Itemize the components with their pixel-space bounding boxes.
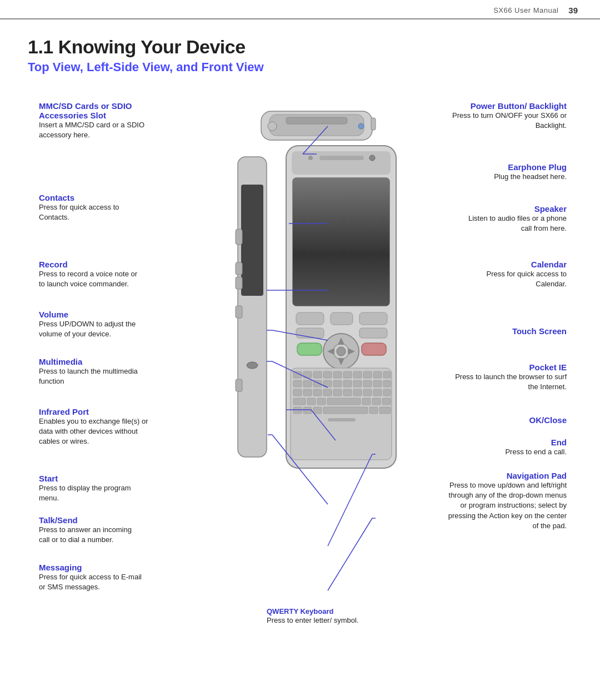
talksend-desc: Press to answer an incoming call or to d…: [39, 525, 142, 545]
label-volume: Volume Press UP/DOWN to adjust the volum…: [39, 310, 142, 339]
header-page: 39: [568, 6, 578, 15]
svg-point-3: [268, 122, 277, 131]
svg-rect-76: [323, 407, 368, 414]
svg-rect-11: [236, 306, 242, 318]
label-touchscreen: Touch Screen: [456, 326, 567, 336]
infrared-title: Infrared Port: [39, 407, 158, 416]
svg-rect-13: [236, 379, 242, 391]
svg-rect-8: [236, 229, 242, 245]
svg-rect-67: [307, 398, 316, 405]
svg-rect-25: [359, 328, 387, 338]
contacts-desc: Press for quick access to Contacts.: [39, 202, 142, 222]
start-desc: Press to display the program menu.: [39, 483, 142, 503]
svg-rect-71: [372, 398, 381, 405]
front-view-device: [286, 146, 396, 468]
label-talksend: Talk/Send Press to answer an incoming ca…: [39, 515, 142, 545]
header-title: SX66 User Manual: [493, 6, 558, 14]
svg-rect-62: [353, 389, 362, 396]
label-start: Start Press to display the program menu.: [39, 474, 142, 503]
calendar-desc: Press for quick access to Calendar.: [456, 269, 567, 289]
svg-rect-63: [363, 389, 372, 396]
svg-rect-43: [363, 371, 372, 378]
svg-rect-78: [379, 407, 391, 414]
svg-point-32: [337, 347, 346, 356]
record-title: Record: [39, 260, 142, 269]
svg-rect-73: [293, 407, 302, 414]
svg-rect-7: [241, 185, 263, 296]
svg-rect-70: [362, 398, 371, 405]
speaker-desc: Listen to audio files or a phone call fr…: [456, 214, 567, 234]
earphone-desc: Plug the headset here.: [456, 172, 567, 182]
header-bar: SX66 User Manual 39: [0, 0, 600, 19]
svg-rect-47: [303, 380, 312, 387]
svg-rect-39: [323, 371, 332, 378]
svg-point-17: [369, 155, 375, 161]
svg-rect-33: [297, 343, 322, 355]
navpad-title: Navigation Pad: [444, 471, 567, 480]
label-speaker: Speaker Listen to audio files or a phone…: [456, 204, 567, 234]
svg-rect-68: [317, 398, 326, 405]
svg-rect-74: [303, 407, 312, 414]
infrared-desc: Enables you to exchange file(s) or data …: [39, 416, 158, 447]
svg-rect-79: [328, 418, 356, 421]
svg-line-96: [328, 518, 372, 590]
svg-rect-77: [369, 407, 378, 414]
label-end: End Press to end a call.: [456, 438, 567, 457]
svg-point-12: [247, 362, 258, 369]
svg-rect-52: [353, 380, 362, 387]
mmcsd-title: MMC/SD Cards or SDIO Accessories Slot: [39, 101, 150, 120]
svg-rect-72: [382, 398, 391, 405]
svg-rect-24: [296, 328, 324, 338]
svg-rect-58: [313, 389, 322, 396]
label-contacts: Contacts Press for quick access to Conta…: [39, 193, 142, 222]
svg-rect-46: [293, 380, 302, 387]
label-calendar: Calendar Press for quick access to Calen…: [456, 260, 567, 289]
power-title: Power Button/ Backlight: [450, 101, 567, 111]
svg-rect-44: [373, 371, 382, 378]
svg-rect-5: [371, 118, 376, 130]
label-navpad: Navigation Pad Press to move up/down and…: [444, 471, 567, 531]
content-area: 1.1 Knowing Your Device Top View, Left-S…: [0, 19, 600, 679]
page: SX66 User Manual 39 1.1 Knowing Your Dev…: [0, 0, 600, 700]
svg-point-18: [308, 156, 313, 160]
svg-rect-59: [323, 389, 332, 396]
svg-rect-10: [236, 277, 242, 289]
diagram-area: MMC/SD Cards or SDIO Accessories Slot In…: [28, 85, 578, 668]
svg-rect-51: [343, 380, 352, 387]
label-infrared: Infrared Port Enables you to exchange fi…: [39, 407, 158, 447]
svg-rect-56: [293, 389, 302, 396]
okclose-title: OK/Close: [456, 415, 567, 425]
multimedia-desc: Press to launch the multimedia function: [39, 366, 142, 386]
messaging-desc: Press for quick access to E-mail or SMS …: [39, 572, 142, 592]
svg-rect-54: [373, 380, 382, 387]
touchscreen-title: Touch Screen: [456, 326, 567, 336]
svg-rect-9: [236, 262, 242, 275]
svg-rect-34: [362, 343, 386, 355]
end-title: End: [456, 438, 567, 447]
svg-rect-75: [313, 407, 322, 414]
svg-rect-60: [333, 389, 342, 396]
label-record: Record Press to record a voice note or t…: [39, 260, 142, 289]
svg-rect-22: [331, 312, 353, 325]
end-desc: Press to end a call.: [456, 447, 567, 457]
svg-rect-16: [319, 156, 364, 160]
svg-rect-42: [353, 371, 362, 378]
navpad-desc: Press to move up/down and left/right thr…: [444, 480, 567, 531]
svg-point-4: [358, 123, 364, 129]
label-power: Power Button/ Backlight Press to turn ON…: [450, 101, 567, 131]
svg-rect-57: [303, 389, 312, 396]
label-messaging: Messaging Press for quick access to E-ma…: [39, 563, 142, 592]
svg-rect-20: [293, 178, 389, 306]
power-desc: Press to turn ON/OFF your SX66 or Backli…: [450, 111, 567, 131]
messaging-title: Messaging: [39, 563, 142, 572]
start-title: Start: [39, 474, 142, 483]
svg-rect-45: [383, 371, 391, 378]
volume-title: Volume: [39, 310, 142, 319]
side-view-device: [236, 157, 267, 457]
main-title: 1.1 Knowing Your Device: [28, 36, 578, 58]
svg-rect-69: [327, 398, 361, 405]
svg-rect-23: [359, 312, 387, 325]
pocketie-title: Pocket IE: [450, 363, 567, 372]
mmcsd-desc: Insert a MMC/SD card or a SDIO accessory…: [39, 120, 150, 140]
phone-diagram: [200, 101, 439, 641]
